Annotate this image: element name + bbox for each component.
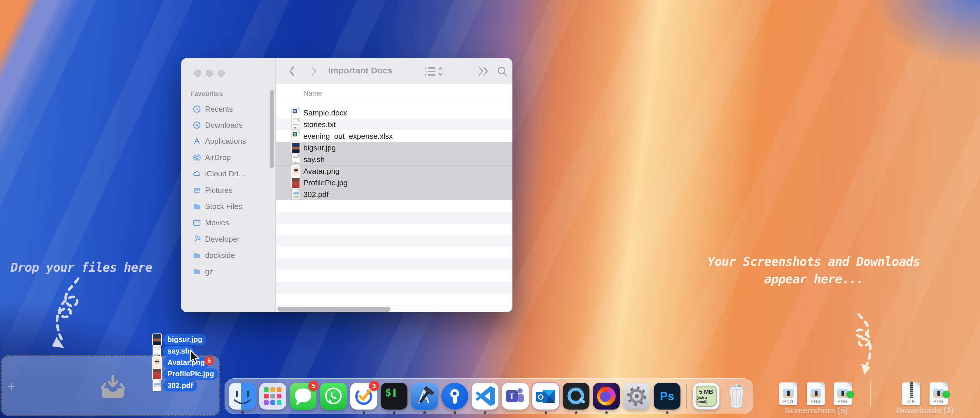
size-app-label: 5 MB	[699, 389, 713, 395]
table-row-selected[interactable]: Avatar.png	[275, 165, 512, 177]
desktop-file-png[interactable]: PNG	[929, 383, 948, 405]
table-row[interactable]: TXT stories.txt	[275, 119, 512, 130]
group-divider	[870, 381, 871, 406]
table-row-selected[interactable]: 302.pdf	[275, 189, 512, 200]
file-ext-label: PNG	[807, 399, 825, 404]
close-button[interactable]	[194, 70, 201, 77]
dock-app-whatsapp[interactable]	[320, 383, 347, 410]
sidebar-item-developer[interactable]: Developer	[186, 233, 271, 245]
dock-app-terminal[interactable]	[381, 383, 407, 410]
table-row-empty	[275, 270, 512, 282]
table-row[interactable]: X evening_out_expense.xlsx	[275, 130, 512, 142]
overflow-chevrons-icon[interactable]	[477, 65, 490, 77]
file-name: stories.txt	[303, 120, 336, 129]
file-name: ProfilePic.jpg	[303, 178, 348, 188]
file-name: 302.pdf	[303, 190, 329, 199]
minimize-button[interactable]	[206, 70, 213, 77]
sidebar-item-icloud[interactable]: iCloud Dri…	[186, 167, 271, 180]
applications-a-icon	[193, 137, 201, 145]
sidebar-item-dockside[interactable]: dockside	[186, 249, 271, 262]
dragged-file[interactable]: ProfilePic.jpg	[153, 369, 218, 380]
dock-app-pin[interactable]	[441, 383, 468, 410]
running-indicator	[575, 411, 578, 414]
zoom-button[interactable]	[218, 70, 224, 77]
sidebar-section-label: Favourites	[191, 90, 223, 98]
dock-app-messages[interactable]: 5	[290, 383, 317, 410]
dock-trash[interactable]	[723, 383, 750, 410]
dock-app-firefox[interactable]	[593, 383, 620, 410]
sidebar-item-label: Developer	[205, 235, 240, 244]
sidebar-scrollbar[interactable]	[270, 90, 274, 168]
running-indicator	[241, 411, 244, 414]
dragged-file[interactable]: 302.pdf	[153, 380, 197, 391]
search-icon[interactable]	[496, 65, 508, 78]
pdf-file-icon	[153, 380, 161, 391]
desktop-file-png[interactable]: PNG	[834, 383, 852, 405]
desktop-file-png[interactable]: PNG	[807, 383, 825, 405]
dock-app-photoshop[interactable]: Ps	[654, 383, 681, 410]
column-header-name[interactable]: Name	[303, 89, 322, 97]
table-row-empty	[275, 235, 512, 247]
window-title: Important Docs	[328, 65, 392, 75]
sidebar-item-recents[interactable]: Recents	[186, 103, 271, 115]
table-row-selected[interactable]: SHELL say.sh	[275, 154, 512, 165]
notification-badge: 5	[308, 381, 318, 391]
dragged-file-label: ProfilePic.jpg	[163, 369, 218, 380]
horizontal-scrollbar[interactable]	[275, 305, 512, 312]
desktop-file-png[interactable]: PNG	[780, 383, 797, 405]
table-row-selected[interactable]: bigsur.jpg	[275, 142, 512, 154]
vscode-icon	[472, 383, 498, 410]
forward-chevron-icon[interactable]	[310, 65, 318, 77]
dragged-file[interactable]: SHELL say.sh	[153, 346, 194, 357]
desktop: Drop your files here Your Screenshots an…	[0, 0, 980, 418]
dock-app-finder[interactable]	[229, 383, 256, 410]
dragged-file[interactable]: bigsur.jpg	[153, 334, 206, 345]
finder-toolbar: Important Docs	[275, 58, 512, 84]
running-indicator	[666, 411, 668, 414]
dock-divider	[686, 384, 687, 408]
sidebar-item-label: Applications	[205, 137, 246, 146]
shell-file-icon: SHELL	[153, 346, 161, 357]
pdf-file-icon	[292, 189, 300, 200]
sidebar-item-airdrop[interactable]: AirDrop	[186, 151, 271, 164]
desktop-file-zip[interactable]: ZIP	[902, 383, 920, 405]
synced-badge	[942, 391, 950, 398]
running-indicator	[605, 411, 608, 414]
horizontal-scrollbar-thumb[interactable]	[277, 307, 391, 312]
dock-app-image-resizer[interactable]: 5 MB (extra small)	[693, 383, 719, 410]
inbox-tray-icon	[99, 375, 127, 400]
mouse-cursor-icon	[188, 349, 201, 365]
sidebar-item-applications[interactable]: Applications	[186, 135, 271, 148]
list-header: Name	[275, 84, 512, 102]
dock-app-vscode[interactable]	[472, 383, 498, 410]
sidebar-item-pictures[interactable]: Pictures	[186, 184, 271, 197]
dock-app-todo[interactable]: 3	[350, 383, 377, 410]
dock-app-xcode[interactable]	[411, 383, 438, 410]
finder-sidebar: Favourites Recents Downloads Application…	[181, 58, 275, 312]
svg-text:T: T	[509, 392, 514, 401]
dock-app-outlook[interactable]: O	[532, 383, 559, 410]
dock-app-settings[interactable]	[623, 383, 650, 410]
outlook-icon: O	[532, 383, 559, 410]
jpg-thumbnail-icon	[153, 369, 161, 380]
dragged-file-label: bigsur.jpg	[163, 334, 206, 345]
sidebar-item-stock-files[interactable]: Stock Files	[186, 200, 271, 213]
firefox-icon	[593, 383, 620, 410]
desktop-group-label: Downloads (2)	[896, 406, 954, 415]
back-chevron-icon[interactable]	[288, 65, 296, 77]
svg-text:O: O	[538, 393, 544, 401]
table-row[interactable]: W Sample.docx	[275, 107, 512, 119]
xcode-icon	[411, 383, 438, 410]
dock-app-quicktime[interactable]	[563, 383, 589, 410]
table-row-selected[interactable]: ProfilePic.jpg	[275, 177, 512, 189]
launchpad-icon	[259, 383, 286, 410]
dock-app-launchpad[interactable]	[259, 383, 286, 410]
list-view-icon[interactable]	[425, 66, 442, 77]
sidebar-item-movies[interactable]: Movies	[186, 216, 271, 229]
table-row-empty	[275, 212, 512, 224]
sidebar-item-downloads[interactable]: Downloads	[186, 119, 271, 132]
dock: 5 3	[224, 378, 753, 414]
sidebar-item-git[interactable]: git	[186, 265, 271, 278]
dock-app-teams[interactable]: T	[502, 383, 529, 410]
photoshop-icon: Ps	[654, 383, 681, 410]
